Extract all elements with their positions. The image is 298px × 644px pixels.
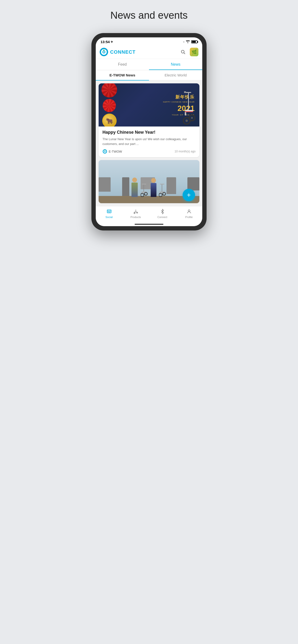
nav-label-profile: Profile: [185, 216, 193, 218]
svg-point-24: [144, 192, 147, 195]
nav-label-products: Products: [130, 216, 141, 218]
search-button[interactable]: [179, 48, 187, 56]
card-meta-cny: E-TWOW 10 month(s) ago: [102, 149, 196, 154]
svg-point-3: [103, 51, 105, 53]
svg-point-12: [186, 120, 188, 122]
page-wrapper: News and events 13:54 ✈: [75, 10, 223, 230]
user-avatar[interactable]: 🌿: [190, 48, 198, 56]
scooter-illustration: [183, 90, 196, 126]
svg-rect-33: [109, 212, 111, 212]
svg-rect-15: [185, 112, 193, 112]
bottom-nav: Social Products: [96, 206, 202, 222]
status-icons: [183, 40, 198, 44]
svg-rect-8: [184, 91, 186, 93]
navigation-icon: ✈: [111, 40, 113, 44]
svg-point-29: [163, 192, 166, 195]
wifi-icon: [186, 40, 190, 44]
author-logo-icon: [102, 149, 107, 154]
svg-rect-34: [109, 212, 110, 212]
search-icon: [181, 49, 186, 54]
nav-label-connect: Connect: [158, 216, 167, 218]
svg-rect-21: [142, 184, 146, 184]
card-image-cny: 🐂 新年快乐 HAPPY CHINESE NEW YEAR 2021 YEAR …: [99, 84, 199, 126]
nav-item-profile[interactable]: Profile: [176, 208, 202, 218]
svg-rect-20: [143, 184, 144, 192]
svg-point-14: [191, 117, 193, 119]
page-title: News and events: [110, 10, 188, 21]
subtab-electric-world[interactable]: Electric World: [149, 70, 202, 80]
logo-icon: [100, 48, 108, 56]
svg-point-4: [181, 50, 184, 53]
svg-line-5: [184, 53, 185, 54]
author-name-cny: E-TWOW: [109, 150, 122, 153]
signal-dot: [183, 41, 185, 43]
app-header: CONNECT 🌿: [96, 45, 202, 59]
card-body-cny: Happy Chinese New Year! The Lunar New Ye…: [99, 126, 199, 157]
battery-icon: [191, 40, 198, 43]
social-icon: [106, 208, 112, 215]
card-image-paris: +: [99, 160, 199, 203]
nav-item-connect[interactable]: Connect: [149, 208, 176, 218]
status-bar: 13:54 ✈: [96, 38, 202, 45]
status-time: 13:54 ✈: [100, 40, 113, 44]
tab-news[interactable]: News: [149, 59, 202, 70]
sub-tabs: E-TWOW News Electric World: [96, 70, 202, 80]
nav-label-social: Social: [106, 216, 113, 218]
logo-text: CONNECT: [110, 49, 135, 55]
bluetooth-icon: [159, 208, 166, 215]
svg-rect-7: [185, 92, 191, 93]
svg-rect-26: [160, 184, 164, 184]
nav-item-social[interactable]: Social: [96, 208, 122, 218]
profile-icon: [186, 208, 192, 215]
home-bar: [135, 224, 163, 225]
svg-rect-25: [162, 184, 162, 192]
news-card-cny[interactable]: 🐂 新年快乐 HAPPY CHINESE NEW YEAR 2021 YEAR …: [99, 84, 199, 157]
svg-point-19: [105, 151, 105, 152]
svg-point-28: [159, 193, 162, 197]
card-excerpt-cny: The Lunar New Year is upon us! We wish o…: [102, 137, 196, 146]
svg-rect-32: [108, 212, 109, 212]
content-area: 🐂 新年快乐 HAPPY CHINESE NEW YEAR 2021 YEAR …: [96, 80, 202, 206]
card-author-cny: E-TWOW: [102, 149, 122, 154]
svg-rect-6: [188, 92, 189, 111]
home-indicator: [96, 222, 202, 226]
card-title-cny: Happy Chinese New Year!: [102, 130, 196, 135]
logo-container: CONNECT: [100, 48, 135, 56]
products-icon: [132, 208, 139, 215]
fab-button[interactable]: +: [183, 189, 195, 201]
fab-plus-icon: +: [187, 192, 191, 198]
svg-point-23: [140, 193, 144, 197]
phone-screen: 13:54 ✈: [96, 38, 202, 226]
nav-item-products[interactable]: Products: [122, 208, 149, 218]
svg-point-40: [188, 210, 190, 212]
tab-feed[interactable]: Feed: [96, 59, 149, 70]
phone-device: 13:54 ✈: [91, 33, 207, 230]
subtab-etwow-news[interactable]: E-TWOW News: [96, 70, 149, 80]
news-card-paris[interactable]: +: [99, 160, 199, 203]
main-tabs: Feed News: [96, 59, 202, 70]
header-actions: 🌿: [179, 48, 198, 56]
card-time-cny: 10 month(s) ago: [175, 150, 196, 153]
